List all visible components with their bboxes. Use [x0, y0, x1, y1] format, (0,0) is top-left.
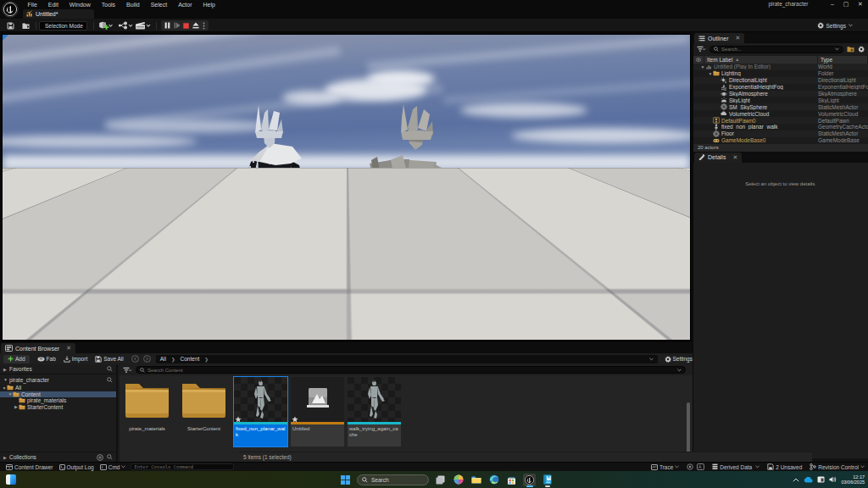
- viewport-settings-dropdown[interactable]: Settings: [817, 20, 854, 30]
- copilot-icon[interactable]: [452, 474, 465, 486]
- trace-dropdown[interactable]: Trace: [651, 464, 679, 470]
- console-command-input[interactable]: Enter Console Command: [131, 463, 234, 470]
- revision-control-dropdown[interactable]: Revision Control: [810, 463, 865, 470]
- create-folder-icon[interactable]: [847, 46, 854, 53]
- browse-content-icon[interactable]: [22, 22, 31, 30]
- search-icon[interactable]: [107, 377, 113, 383]
- search-icon[interactable]: [107, 366, 113, 372]
- insights-icon-button[interactable]: [687, 463, 693, 470]
- filter-icon[interactable]: [697, 46, 706, 53]
- outliner-row-fixed-non-planar-walk[interactable]: fixed_non_planar_walkGeometryCacheActor: [693, 124, 868, 130]
- asset-tile-untitled[interactable]: Untitled: [291, 377, 344, 446]
- localization-icon-button[interactable]: A: [697, 463, 704, 470]
- stop-button[interactable]: [183, 23, 189, 29]
- cmd-dropdown[interactable]: Cmd: [100, 464, 126, 470]
- collections-section[interactable]: ▶Collections: [0, 452, 116, 462]
- outliner-search-input[interactable]: Search...: [709, 46, 843, 53]
- asset-search-input[interactable]: Search Content: [136, 366, 686, 374]
- asset-tile-fixed-non-planar-walk[interactable]: fixed_non_planar_walk: [234, 377, 287, 446]
- tree-item-startercontent[interactable]: ▶StarterContent: [0, 404, 116, 411]
- add-collection-icon[interactable]: [97, 454, 103, 461]
- add-button[interactable]: Add: [3, 355, 30, 363]
- task-view-icon[interactable]: [434, 474, 447, 486]
- file-explorer-icon[interactable]: [470, 474, 482, 486]
- tab-outliner[interactable]: Outliner ✕: [694, 33, 744, 43]
- menu-item-tools[interactable]: Tools: [96, 2, 120, 8]
- favorites-section[interactable]: ▶Favorites: [0, 364, 116, 374]
- breadcrumb-content[interactable]: Content: [181, 356, 200, 362]
- close-icon[interactable]: ✕: [66, 345, 71, 352]
- outliner-row-sm-skysphere[interactable]: SM_SkySphereStaticMeshActor: [693, 103, 868, 110]
- close-icon[interactable]: ✕: [732, 154, 737, 161]
- menu-item-actor[interactable]: Actor: [173, 2, 198, 8]
- edge-icon[interactable]: [487, 474, 500, 486]
- outliner-row-directionallight[interactable]: DirectionalLightDirectionalLight: [693, 77, 868, 84]
- tab-details[interactable]: Details ✕: [694, 152, 742, 163]
- close-button[interactable]: ✕: [854, 0, 866, 8]
- taskbar-search[interactable]: Search: [357, 474, 429, 485]
- asset-tile-walk-trying-again-cache[interactable]: walk_trying_again_cache: [348, 377, 401, 446]
- save-all-button[interactable]: Save All: [95, 356, 124, 363]
- menu-item-select[interactable]: Select: [145, 2, 172, 8]
- import-button[interactable]: Import: [64, 356, 87, 363]
- onedrive-icon[interactable]: [804, 477, 813, 483]
- content-drawer-button[interactable]: Content Drawer: [6, 464, 53, 470]
- outliner-row-untitled-play-in-editor-[interactable]: ▼Untitled (Play In Editor)World: [693, 64, 868, 70]
- outliner-row-floor[interactable]: FloorStaticMeshActor: [693, 130, 868, 137]
- search-icon[interactable]: [107, 454, 113, 460]
- pause-button[interactable]: [164, 22, 170, 29]
- menu-item-window[interactable]: Window: [64, 2, 96, 8]
- content-browser-settings[interactable]: Settings: [665, 356, 693, 363]
- cinematics-button[interactable]: [135, 21, 151, 30]
- widgets-icon[interactable]: [6, 474, 16, 485]
- taskbar-clock[interactable]: 12:17 03/06/2025: [841, 474, 865, 485]
- menu-item-help[interactable]: Help: [198, 2, 220, 8]
- frame-skip-button[interactable]: [174, 22, 181, 29]
- outliner-row-gamemodebase0[interactable]: GameModeBase0GameModeBase: [693, 137, 868, 144]
- tree-item-all[interactable]: ▼All: [0, 385, 116, 391]
- filter-icon[interactable]: [123, 367, 132, 374]
- start-button[interactable]: [339, 474, 352, 486]
- chevron-down-icon[interactable]: [649, 358, 654, 361]
- microsoft-store-icon[interactable]: [505, 474, 518, 486]
- outliner-settings-icon[interactable]: [858, 46, 865, 53]
- close-icon[interactable]: ✕: [736, 35, 741, 42]
- forward-button[interactable]: [143, 355, 151, 363]
- outliner-row-exponentialheightfog[interactable]: ExponentialHeightFogExponentialHeightFog: [693, 84, 868, 91]
- outliner-row-skyatmosphere[interactable]: SkyAtmosphereSkyAtmosphere: [693, 91, 868, 97]
- unreal-engine-taskbar-icon[interactable]: [523, 474, 536, 486]
- fab-button[interactable]: Fab: [37, 356, 56, 362]
- tree-item-pirate-materials[interactable]: pirate_materials: [0, 397, 116, 404]
- add-actor-button[interactable]: [98, 21, 113, 30]
- menu-item-build[interactable]: Build: [121, 2, 146, 8]
- tab-untitled-level[interactable]: Untitled*: [23, 9, 94, 19]
- menu-item-file[interactable]: File: [22, 2, 42, 8]
- asset-tile-pirate-materials[interactable]: pirate_materials: [120, 377, 174, 446]
- unsaved-button[interactable]: 2 Unsaved: [767, 463, 802, 470]
- tab-content-browser[interactable]: Content Browser ✕: [1, 343, 75, 353]
- play-options-menu[interactable]: [203, 22, 205, 30]
- eject-button[interactable]: [192, 22, 199, 29]
- blue-book-app-icon[interactable]: [541, 474, 554, 486]
- tree-item-content[interactable]: ▼Content: [0, 391, 116, 398]
- volume-icon[interactable]: [829, 476, 837, 483]
- display-tray-icon[interactable]: [817, 476, 825, 483]
- minimize-button[interactable]: –: [826, 0, 838, 8]
- blueprints-button[interactable]: [118, 21, 133, 30]
- asset-tile-startercontent[interactable]: StarterContent: [177, 377, 231, 446]
- visibility-column-header[interactable]: [693, 56, 704, 64]
- breadcrumb-all[interactable]: All: [160, 356, 166, 362]
- back-button[interactable]: [131, 355, 139, 363]
- outliner-row-lighting[interactable]: ▼LightingFolder: [693, 70, 868, 77]
- unreal-logo-icon[interactable]: [2, 1, 19, 18]
- maximize-button[interactable]: ▢: [840, 0, 852, 8]
- type-column-header[interactable]: Type: [818, 56, 867, 64]
- output-log-button[interactable]: Output Log: [59, 464, 94, 470]
- level-viewport[interactable]: [2, 34, 691, 341]
- menu-item-edit[interactable]: Edit: [42, 2, 64, 8]
- project-section[interactable]: ▼pirate_character: [0, 374, 116, 385]
- save-icon[interactable]: [7, 22, 14, 30]
- item-label-column-header[interactable]: Item Label▲: [704, 56, 817, 64]
- derived-data-dropdown[interactable]: Derived Data: [712, 463, 760, 470]
- outliner-row-volumetriccloud[interactable]: VolumetricCloudVolumetricCloud: [693, 110, 868, 117]
